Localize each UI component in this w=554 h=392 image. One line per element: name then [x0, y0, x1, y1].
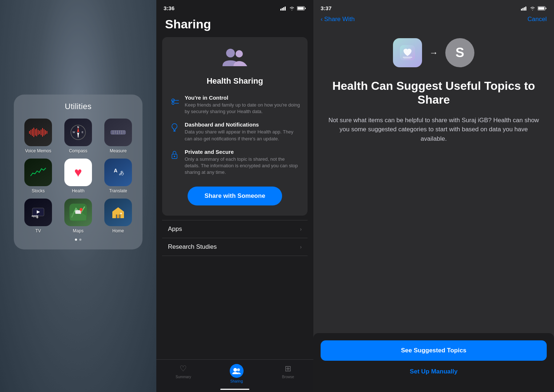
tab-active-indicator	[220, 389, 249, 390]
tab-sharing[interactable]: Sharing	[230, 364, 244, 383]
research-list-item[interactable]: Research Studies ›	[162, 238, 308, 256]
compass-label: Compass	[69, 148, 88, 153]
suggest-icons-row: → S	[393, 38, 474, 67]
status-bar-sharing: 3:36	[156, 0, 313, 14]
app-measure[interactable]: Measure	[100, 119, 137, 153]
panel-sharing: 3:36 Sharing	[156, 0, 313, 392]
feature-dashboard-desc: Data you share will appear in their Heal…	[185, 129, 300, 142]
contact-avatar: S	[445, 38, 474, 67]
app-tv[interactable]: ▶ ◆ apple TV	[20, 199, 57, 233]
status-icons-sharing	[280, 6, 306, 11]
svg-point-37	[172, 102, 174, 104]
back-label: Share With	[324, 16, 355, 23]
dot-1	[75, 239, 77, 241]
svg-point-45	[237, 368, 240, 371]
app-compass[interactable]: N E S W Compass	[60, 119, 97, 153]
status-bar-suggest: 3:37	[313, 0, 554, 14]
apps-list-item[interactable]: Apps ›	[162, 220, 308, 238]
svg-rect-47	[522, 8, 523, 11]
share-with-someone-button[interactable]: Share with Someone	[188, 187, 282, 205]
feature-control-title: You're in Control	[185, 95, 300, 101]
svg-point-44	[233, 368, 237, 372]
see-suggested-topics-button[interactable]: See Suggested Topics	[321, 340, 547, 361]
health-sharing-card: Health Sharing You're in Control Keep fr…	[162, 37, 308, 216]
wifi-icon-suggest	[530, 6, 535, 11]
panel-home: Utilities	[0, 0, 156, 392]
feature-control-desc: Keep friends and family up to date on ho…	[185, 102, 300, 115]
tab-summary[interactable]: ♡ Summary	[176, 364, 191, 383]
app-translate[interactable]: A あ Translate	[100, 159, 137, 193]
suggest-nav: ‹ Share With Cancel	[313, 14, 554, 27]
cancel-button[interactable]: Cancel	[527, 16, 547, 23]
app-home[interactable]: Home	[100, 199, 137, 233]
health-icon: ♥	[64, 159, 92, 186]
svg-rect-27	[280, 9, 281, 11]
stocks-label: Stocks	[32, 188, 45, 193]
feature-control: You're in Control Keep friends and famil…	[169, 95, 300, 115]
summary-tab-icon: ♡	[180, 364, 187, 373]
home-label: Home	[112, 228, 124, 233]
feature-private-text: Private and Secure Only a summary of eac…	[185, 149, 300, 176]
health-sharing-card-title: Health Sharing	[206, 76, 263, 86]
svg-rect-55	[404, 58, 411, 59]
research-label: Research Studies	[168, 243, 217, 251]
avatar-letter: S	[455, 45, 464, 60]
tab-browse[interactable]: ⊞ Browse	[282, 364, 294, 383]
feature-private: Private and Secure Only a summary of eac…	[169, 149, 300, 176]
tv-label: TV	[35, 228, 41, 233]
dot-2	[79, 239, 81, 241]
time-sharing: 3:36	[164, 5, 174, 11]
translate-label: Translate	[109, 188, 127, 193]
health-sharing-people-icon	[220, 47, 249, 71]
tab-bar: ♡ Summary Sharing ⊞ Browse	[156, 359, 313, 392]
arrow-right-icon: →	[429, 48, 438, 58]
research-chevron: ›	[300, 244, 302, 250]
apps-chevron: ›	[300, 226, 302, 232]
feature-control-text: You're in Control Keep friends and famil…	[185, 95, 300, 115]
sharing-tab-icon	[232, 367, 241, 375]
sharing-tab-label: Sharing	[230, 379, 242, 383]
feature-private-desc: Only a summary of each topic is shared, …	[185, 156, 300, 176]
measure-icon	[104, 119, 132, 146]
utilities-folder[interactable]: Utilities	[14, 95, 142, 249]
app-maps[interactable]: Maps	[60, 199, 97, 233]
svg-rect-29	[283, 7, 284, 11]
browse-tab-label: Browse	[282, 375, 294, 379]
wifi-icon	[289, 6, 295, 11]
home-icon	[104, 199, 132, 226]
translate-icon: A あ	[104, 159, 132, 186]
app-grid: Voice Memos N E S W Compass	[20, 119, 137, 233]
svg-text:E: E	[82, 131, 84, 133]
feature-private-title: Private and Secure	[185, 149, 300, 155]
signal-icon-suggest	[521, 6, 527, 11]
svg-point-26	[120, 213, 122, 214]
svg-text:W: W	[73, 131, 75, 133]
voice-memos-label: Voice Memos	[25, 148, 51, 153]
suggest-description: Not sure what items can be helpful to sh…	[328, 116, 539, 144]
svg-rect-51	[546, 8, 546, 9]
svg-rect-48	[524, 7, 525, 11]
compass-icon: N E S W	[64, 119, 92, 146]
app-voice-memos[interactable]: Voice Memos	[20, 119, 57, 153]
app-stocks[interactable]: Stocks	[20, 159, 57, 193]
health-heart-symbol: ♥	[74, 165, 82, 180]
app-health[interactable]: ♥ Health	[60, 159, 97, 193]
svg-rect-49	[525, 7, 526, 11]
apps-label: Apps	[168, 225, 182, 233]
feature-dashboard-title: Dashboard and Notifications	[185, 121, 300, 128]
svg-rect-32	[305, 8, 306, 9]
back-to-share-with[interactable]: ‹ Share With	[321, 16, 355, 23]
status-icons-suggest	[521, 6, 547, 11]
browse-tab-icon: ⊞	[285, 364, 291, 373]
svg-point-35	[236, 50, 243, 57]
svg-rect-46	[521, 9, 522, 11]
svg-rect-54	[403, 57, 412, 58]
private-icon	[169, 149, 180, 161]
set-up-manually-button[interactable]: Set Up Manually	[321, 362, 547, 381]
svg-text:あ: あ	[119, 170, 124, 176]
voice-memos-icon	[24, 119, 52, 146]
panel-suggest: 3:37 ‹ Share With Cancel	[313, 0, 554, 392]
battery-icon	[297, 6, 306, 11]
dashboard-icon	[169, 122, 180, 134]
folder-page-dots	[20, 239, 137, 241]
